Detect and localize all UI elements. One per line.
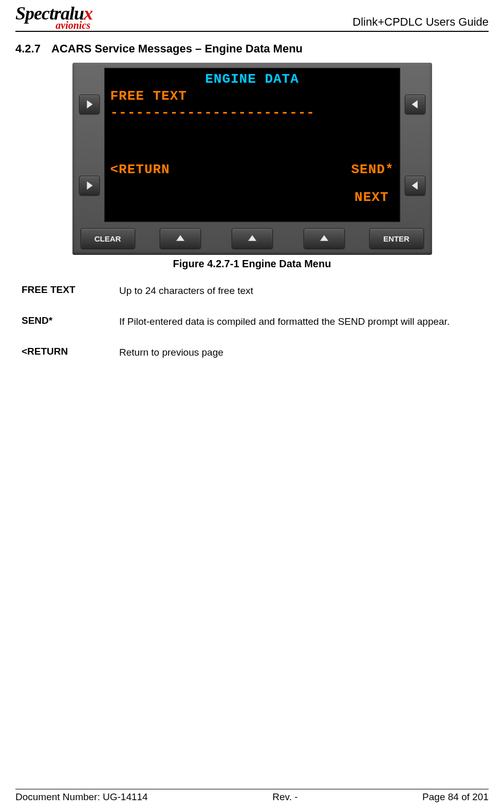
definition-term: FREE TEXT — [22, 284, 119, 298]
screen-label-freetext: FREE TEXT — [110, 88, 187, 105]
figure-caption: Figure 4.2.7-1 Engine Data Menu — [15, 258, 489, 270]
screen-title: ENGINE DATA — [110, 71, 394, 88]
screen-next: NEXT — [354, 190, 388, 205]
lsk-left-2[interactable] — [79, 176, 100, 195]
rocker-up-2[interactable] — [232, 228, 273, 249]
arrow-left-icon — [411, 100, 419, 108]
lsk-left-1[interactable] — [79, 95, 100, 114]
definition-row: FREE TEXT Up to 24 characters of free te… — [22, 284, 482, 298]
display-screen: ENGINE DATA FREE TEXT ------------------… — [104, 68, 400, 222]
footer-page-number: Page 84 of 201 — [422, 791, 489, 803]
arrow-up-icon — [320, 234, 328, 243]
lsk-right-1[interactable] — [405, 95, 425, 114]
arrow-up-icon — [176, 234, 184, 243]
definition-row: <RETURN Return to previous page — [22, 346, 482, 359]
brand-logo: Spectralux avionics — [15, 5, 92, 30]
arrow-up-icon — [248, 234, 256, 243]
rocker-up-3[interactable] — [304, 228, 345, 249]
screen-return: <RETURN — [110, 161, 170, 178]
rocker-up-1[interactable] — [160, 228, 201, 249]
enter-button[interactable]: ENTER — [369, 228, 424, 249]
definition-term: <RETURN — [22, 346, 119, 359]
arrow-right-icon — [85, 100, 94, 108]
arrow-right-icon — [85, 181, 94, 190]
definition-body: Return to previous page — [119, 346, 482, 359]
definition-term: SEND* — [22, 315, 119, 328]
section-number: 4.2.7 — [15, 42, 51, 56]
footer-doc-number: Document Number: UG-14114 — [15, 791, 148, 803]
section-title: ACARS Service Messages – Engine Data Men… — [51, 42, 303, 55]
page-footer: Document Number: UG-14114 Rev. - Page 84… — [15, 789, 489, 803]
definition-row: SEND* If Pilot-entered data is compiled … — [22, 315, 482, 328]
screen-dashes: ------------------------ — [110, 104, 394, 121]
section-heading: 4.2.7ACARS Service Messages – Engine Dat… — [15, 42, 489, 56]
document-title: Dlink+CPDLC Users Guide — [352, 15, 489, 30]
clear-button[interactable]: CLEAR — [81, 228, 135, 249]
screen-send: SEND* — [351, 161, 394, 178]
right-lsk-column — [403, 68, 427, 222]
lsk-right-2[interactable] — [405, 176, 425, 195]
footer-revision: Rev. - — [272, 791, 297, 803]
mcdu-device: ENGINE DATA FREE TEXT ------------------… — [72, 63, 432, 255]
left-lsk-column — [78, 68, 101, 222]
arrow-left-icon — [411, 181, 419, 190]
definition-body: If Pilot-entered data is compiled and fo… — [119, 315, 482, 328]
definitions-block: FREE TEXT Up to 24 characters of free te… — [22, 284, 482, 359]
definition-body: Up to 24 characters of free text — [119, 284, 482, 298]
page-header: Spectralux avionics Dlink+CPDLC Users Gu… — [15, 5, 489, 32]
